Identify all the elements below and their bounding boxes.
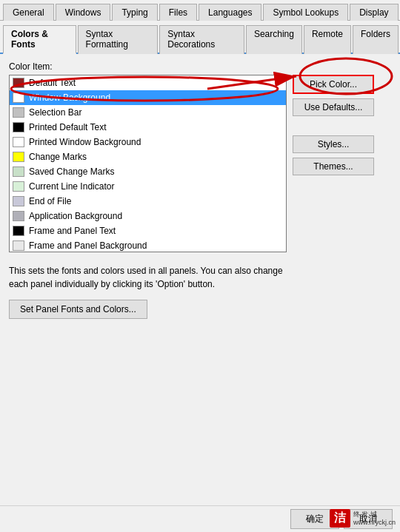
item-label: Current Line Indicator [29,181,114,192]
item-label: End of File [29,196,71,206]
preferences-window: General Windows Typing Files Languages S… [0,0,400,532]
description-line1: This sets the fonts and colors used in a… [9,264,391,277]
item-label: Frame and Panel Text [29,226,116,236]
color-swatch [13,166,24,177]
tab-colors-fonts[interactable]: Colors & Fonts [3,25,76,54]
styles-button[interactable]: Styles... [293,135,374,153]
list-item[interactable]: End of File [10,194,286,209]
item-label: Change Marks [29,152,87,162]
tab-languages[interactable]: Languages [199,4,261,21]
list-item[interactable]: Default Text [10,75,286,90]
list-item[interactable]: Window Background [10,90,286,105]
item-label: Saved Change Marks [29,166,114,177]
color-list-box[interactable]: Default TextWindow BackgroundSelection B… [9,75,287,252]
color-swatch [13,78,24,88]
list-item[interactable]: Change Marks [10,149,286,164]
color-swatch [13,122,24,132]
watermark-line2: www.hryckj.cn [353,519,396,527]
second-tab-bar: Colors & Fonts Syntax Formatting Syntax … [0,21,400,54]
themes-button[interactable]: Themes... [293,158,374,175]
list-item[interactable]: Saved Change Marks [10,164,286,179]
set-panel-button[interactable]: Set Panel Fonts and Colors... [9,300,147,319]
watermark: 洁 终 发 城 www.hryckj.cn [330,509,396,528]
item-label: Printed Default Text [29,122,107,132]
item-label: Frame and Panel Background [29,240,147,251]
item-label: Printed Window Background [29,137,141,147]
tab-remote[interactable]: Remote [304,25,351,54]
item-label: Default Text [29,78,76,88]
color-swatch [13,107,24,118]
color-swatch [13,92,24,103]
description: This sets the fonts and colors used in a… [9,264,391,291]
tab-windows[interactable]: Windows [56,4,111,21]
watermark-text: 终 发 城 www.hryckj.cn [353,511,396,527]
tab-symbol-lookups[interactable]: Symbol Lookups [263,4,348,21]
pick-color-button[interactable]: Pick Color... [293,75,374,94]
list-item[interactable]: Current Line Indicator [10,179,286,194]
color-item-label: Color Item: [9,61,391,72]
item-label: Application Background [29,211,122,221]
tab-syntax-formatting[interactable]: Syntax Formatting [78,25,159,54]
color-swatch [13,240,24,251]
list-item[interactable]: Selection Bar [10,105,286,120]
description-line2: each panel individually by clicking its … [9,277,391,291]
main-content: Color Item: Default TextWindow Backgroun… [0,54,400,505]
color-swatch [13,211,24,221]
right-buttons: Pick Color... Use Defaults... Styles... … [293,75,374,252]
item-label: Selection Bar [29,107,81,118]
watermark-badge: 洁 [330,509,350,528]
item-label: Window Background [29,92,110,103]
list-item[interactable]: Printed Window Background [10,135,286,149]
tab-folders[interactable]: Folders [353,25,399,54]
color-swatch [13,226,24,236]
tab-display[interactable]: Display [350,4,398,21]
tab-searching[interactable]: Searching [246,25,302,54]
list-item[interactable]: Application Background [10,209,286,223]
color-swatch [13,137,24,147]
use-defaults-button[interactable]: Use Defaults... [293,98,374,116]
tab-syntax-decorations[interactable]: Syntax Decorations [159,25,244,54]
color-list-container: Default TextWindow BackgroundSelection B… [9,75,391,252]
list-item[interactable]: Printed Default Text [10,120,286,135]
tab-files[interactable]: Files [159,4,197,21]
list-item[interactable]: Frame and Panel Text [10,223,286,238]
top-tab-bar: General Windows Typing Files Languages S… [0,0,400,21]
color-swatch [13,152,24,162]
color-swatch [13,196,24,206]
tab-typing[interactable]: Typing [112,4,157,21]
tab-general[interactable]: General [3,4,54,21]
list-item[interactable]: Frame and Panel Background [10,238,286,252]
watermark-line1: 终 发 城 [353,511,396,519]
color-swatch [13,181,24,192]
